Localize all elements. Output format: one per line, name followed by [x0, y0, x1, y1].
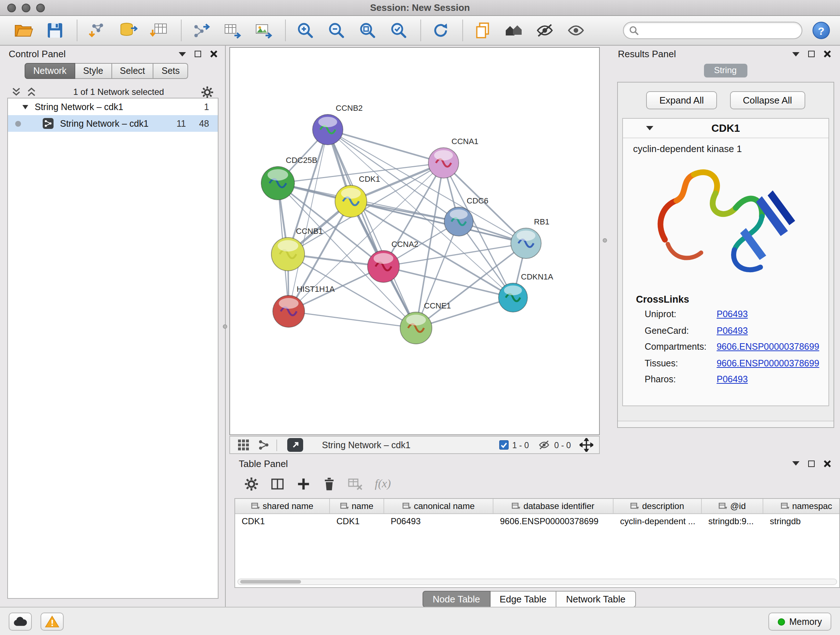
column-header[interactable]: @id [702, 499, 763, 513]
warnings-button[interactable] [41, 613, 64, 631]
collapse-panel-icon[interactable] [792, 461, 799, 466]
cell-id: stringdb:9... [702, 514, 763, 529]
memory-button[interactable]: Memory [768, 613, 831, 631]
export-image-button[interactable] [253, 19, 274, 41]
tab-select[interactable]: Select [112, 63, 154, 79]
scrollbar-thumb[interactable] [240, 580, 301, 584]
cloud-icon [13, 616, 27, 627]
zoom-fit-button[interactable] [357, 19, 378, 41]
import-network-file-button[interactable] [86, 19, 108, 41]
import-table-button[interactable] [148, 19, 170, 41]
pharos-link[interactable]: P06493 [717, 374, 748, 385]
splitter-handle[interactable] [223, 325, 227, 329]
import-network-database-button[interactable] [117, 19, 139, 41]
collapse-all-icon[interactable] [11, 87, 21, 97]
table-horizontal-scrollbar[interactable] [237, 578, 837, 585]
node-RB1[interactable]: RB1 [511, 217, 549, 258]
cell-database-identifier: 9606.ENSP00000378699 [493, 514, 614, 529]
tab-edge-table[interactable]: Edge Table [490, 591, 557, 608]
expand-all-icon[interactable] [27, 87, 36, 97]
zoom-selected-button[interactable] [388, 19, 409, 41]
splitter-handle[interactable] [603, 238, 607, 242]
detach-view-button[interactable] [287, 438, 303, 452]
show-graphics-details-button[interactable] [565, 19, 587, 41]
refresh-layout-button[interactable] [430, 19, 452, 41]
delete-column-trash-icon[interactable] [323, 477, 336, 491]
edge-CCNB2-CCNA1[interactable] [328, 130, 444, 163]
node-label-HIST1H1A: HIST1H1A [297, 285, 335, 294]
collapse-all-button[interactable]: Collapse All [730, 91, 805, 109]
node-CDK1[interactable]: CDK1 [335, 174, 380, 217]
share-network-icon[interactable] [258, 440, 269, 450]
genecard-link[interactable]: P06493 [717, 325, 748, 336]
close-panel-icon[interactable] [823, 50, 831, 58]
node-CDC25B[interactable]: CDC25B [261, 156, 317, 200]
tab-sets[interactable]: Sets [154, 63, 188, 79]
column-header[interactable]: description [614, 499, 702, 513]
zoom-in-button[interactable] [294, 19, 316, 41]
birds-eye-view-icon[interactable] [237, 439, 249, 451]
export-table-button[interactable] [221, 19, 243, 41]
node-label-CDK1: CDK1 [359, 174, 380, 184]
zoom-out-button[interactable] [325, 19, 347, 41]
column-header[interactable]: name [330, 499, 384, 513]
node-CCNA1[interactable]: CCNA1 [428, 137, 478, 178]
node-HIST1H1A[interactable]: HIST1H1A [273, 285, 335, 327]
collapse-panel-icon[interactable] [792, 52, 799, 56]
tab-network[interactable]: Network [25, 63, 75, 79]
string-network-icon [43, 118, 54, 129]
node-CCNE1[interactable]: CCNE1 [400, 301, 451, 344]
edge-CCNB2-CCNE1[interactable] [328, 130, 416, 328]
tree-expand-icon[interactable] [22, 105, 28, 109]
cloud-status-button[interactable] [9, 613, 32, 631]
tab-network-table[interactable]: Network Table [557, 591, 636, 608]
search-input[interactable] [623, 22, 802, 39]
save-session-button[interactable] [44, 19, 66, 41]
close-panel-icon[interactable] [823, 459, 831, 467]
float-panel-icon[interactable] [808, 460, 815, 467]
tab-string[interactable]: String [704, 64, 747, 78]
collapse-panel-icon[interactable] [179, 52, 186, 56]
table-settings-gear-icon[interactable] [245, 477, 258, 491]
table-row[interactable]: CDK1 CDK1 P06493 9606.ENSP00000378699 cy… [235, 514, 839, 529]
network-canvas[interactable]: CCNB2CCNA1CDC25BCDK1CDC6RB1CCNB1CCNA2CDK… [229, 47, 600, 435]
pan-move-icon[interactable] [579, 438, 593, 452]
export-network-button[interactable] [190, 19, 212, 41]
welcome-screen-button[interactable] [503, 19, 524, 41]
column-header[interactable]: namespac [763, 499, 840, 513]
column-header[interactable]: canonical name [384, 499, 493, 513]
add-column-plus-icon[interactable] [297, 477, 310, 491]
gear-icon[interactable] [201, 86, 213, 98]
results-scrollbar[interactable] [618, 421, 834, 427]
tab-style[interactable]: Style [75, 63, 112, 79]
function-builder-icon[interactable]: f(x) [375, 477, 391, 490]
duplicate-button[interactable] [472, 19, 493, 41]
edge-HIST1H1A-CCNE1[interactable] [289, 311, 416, 328]
open-session-button[interactable] [13, 19, 35, 41]
selected-checkbox-icon[interactable] [499, 440, 508, 450]
hidden-eye-slash-icon[interactable] [538, 440, 551, 450]
column-header[interactable]: shared name [235, 499, 330, 513]
uniprot-link[interactable]: P06493 [717, 309, 748, 319]
close-panel-icon[interactable] [210, 50, 218, 58]
export-network-icon [192, 21, 210, 40]
show-columns-icon[interactable] [271, 477, 284, 491]
node-CDKN1A[interactable]: CDKN1A [499, 272, 554, 312]
section-collapse-icon[interactable] [646, 126, 653, 130]
help-button[interactable]: ? [813, 22, 830, 39]
delete-table-icon[interactable] [348, 477, 363, 490]
node-CDC6[interactable]: CDC6 [444, 196, 488, 236]
network-row-selected[interactable]: String Network – cdk1 11 48 [8, 115, 218, 132]
node-CCNB2[interactable]: CCNB2 [313, 103, 363, 145]
table-header-row: shared name name canonical name database… [235, 499, 839, 514]
float-panel-icon[interactable] [195, 51, 201, 57]
compartments-link[interactable]: 9606.ENSP00000378699 [717, 342, 819, 352]
column-header[interactable]: database identifier [493, 499, 614, 513]
float-panel-icon[interactable] [808, 51, 815, 57]
network-collection-row[interactable]: String Network – cdk1 1 [8, 98, 218, 115]
expand-all-button[interactable]: Expand All [646, 91, 717, 109]
tab-node-table[interactable]: Node Table [423, 591, 490, 608]
string-network-graph[interactable]: CCNB2CCNA1CDC25BCDK1CDC6RB1CCNB1CCNA2CDK… [230, 48, 599, 434]
tissues-link[interactable]: 9606.ENSP00000378699 [717, 358, 819, 368]
hide-graphics-details-button[interactable] [534, 19, 556, 41]
